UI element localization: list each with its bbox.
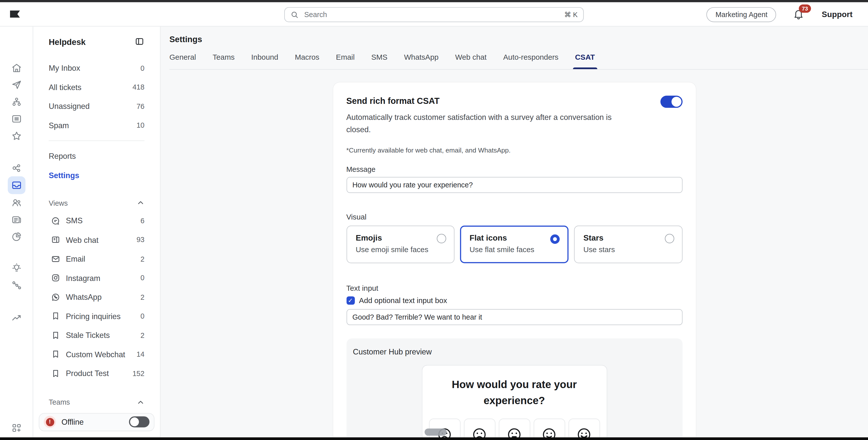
view-count: 0 xyxy=(141,274,145,282)
csat-settings-card: Send rich format CSAT Automatically trac… xyxy=(333,82,696,440)
sidebar-item-settings[interactable]: Settings xyxy=(49,166,145,184)
view-count: 152 xyxy=(132,369,145,377)
visual-option-flat-icons[interactable]: Flat icons Use flat smile faces xyxy=(460,226,568,263)
option-subtitle: Use emoji smile faces xyxy=(355,246,445,254)
search-shortcut: ⌘ K xyxy=(564,10,578,19)
visual-option-emojis[interactable]: Emojis Use emoji smile faces xyxy=(346,226,455,263)
option-title: Flat icons xyxy=(469,233,559,242)
notification-count-badge: 73 xyxy=(799,4,811,13)
rating-very-happy[interactable] xyxy=(568,419,600,440)
view-item-pricing-inquiries[interactable]: Pricing inquiries 0 xyxy=(49,307,145,326)
rating-very-sad[interactable] xyxy=(429,419,460,440)
tab-inbound[interactable]: Inbound xyxy=(251,53,278,69)
tab-macros[interactable]: Macros xyxy=(295,53,319,69)
apps-add-icon[interactable] xyxy=(7,419,25,437)
lightbulb-icon[interactable] xyxy=(7,259,25,277)
view-item-product-test[interactable]: Product Test 152 xyxy=(49,364,145,383)
availability-note: *Currently available for web chat, email… xyxy=(346,146,682,154)
notifications-button[interactable]: 73 xyxy=(793,8,805,20)
rating-happy[interactable] xyxy=(533,419,565,440)
org-chart-icon[interactable] xyxy=(7,93,25,111)
pie-chart-icon[interactable] xyxy=(7,228,25,246)
rating-neutral[interactable] xyxy=(499,419,530,440)
view-label: WhatsApp xyxy=(66,293,141,302)
bookmark-icon xyxy=(51,311,60,320)
view-item-whatsapp[interactable]: WhatsApp 2 xyxy=(49,287,145,307)
option-subtitle: Use stars xyxy=(583,246,673,254)
radio-stars[interactable] xyxy=(664,234,674,243)
sidebar-item-all-tickets[interactable]: All tickets 418 xyxy=(49,78,145,97)
news-icon[interactable] xyxy=(7,211,25,229)
helpdesk-panel: Helpdesk My Inbox 0 All tickets 418 Unas… xyxy=(33,27,160,440)
bookmark-icon xyxy=(51,369,60,378)
tab-web-chat[interactable]: Web chat xyxy=(455,53,487,69)
tab-general[interactable]: General xyxy=(169,53,196,69)
view-count: 2 xyxy=(141,293,145,301)
item-count: 0 xyxy=(141,64,145,72)
view-item-web-chat[interactable]: Web chat 93 xyxy=(49,230,145,249)
workflow-icon[interactable] xyxy=(7,276,25,294)
csat-enabled-toggle[interactable] xyxy=(660,96,682,108)
contacts-icon[interactable] xyxy=(7,194,25,211)
send-icon[interactable] xyxy=(7,76,25,94)
view-label: Product Test xyxy=(66,369,132,378)
star-icon[interactable] xyxy=(7,127,25,145)
search-icon xyxy=(290,10,299,19)
view-item-instagram[interactable]: Instagram 0 xyxy=(49,268,145,287)
item-label: Unassigned xyxy=(49,102,90,111)
checkbox-label: Add optional text input box xyxy=(359,296,447,305)
view-item-custom-webchat[interactable]: Custom Webchat 14 xyxy=(49,345,145,364)
tab-auto-responders[interactable]: Auto-responders xyxy=(503,53,558,69)
visual-label: Visual xyxy=(346,213,682,221)
rating-sad[interactable] xyxy=(464,419,495,440)
tab-csat[interactable]: CSAT xyxy=(575,53,595,69)
global-search[interactable]: ⌘ K xyxy=(284,7,584,22)
home-icon[interactable] xyxy=(7,59,25,77)
offline-alert-icon: ! xyxy=(44,416,56,428)
tab-teams[interactable]: Teams xyxy=(213,53,235,69)
view-item-email[interactable]: Email 2 xyxy=(49,249,145,268)
view-count: 2 xyxy=(141,331,145,339)
support-link[interactable]: Support xyxy=(822,10,852,19)
chevron-up-icon[interactable] xyxy=(136,199,145,207)
sidebar-item-reports[interactable]: Reports xyxy=(49,146,145,166)
trending-up-icon[interactable] xyxy=(7,309,25,327)
sidebar-item-spam[interactable]: Spam 10 xyxy=(49,116,145,135)
settings-tabs: General Teams Inbound Macros Email SMS W… xyxy=(169,53,868,70)
offline-label: Offline xyxy=(62,417,129,426)
webchat-panel-icon xyxy=(51,235,60,244)
visual-option-stars[interactable]: Stars Use stars xyxy=(574,226,682,263)
tab-email[interactable]: Email xyxy=(336,53,354,69)
radio-flat-icons[interactable] xyxy=(550,235,559,244)
top-bar: ⌘ K Marketing Agent 73 Support xyxy=(0,2,868,27)
agent-pill-button[interactable]: Marketing Agent xyxy=(707,7,776,22)
sidebar-item-unassigned[interactable]: Unassigned 76 xyxy=(49,97,145,116)
customer-hub-preview: Customer Hub preview How would you rate … xyxy=(346,338,682,440)
window-top-edge xyxy=(0,0,868,2)
card-description: Automatically track customer satisfactio… xyxy=(346,111,634,135)
view-count: 6 xyxy=(141,216,145,225)
tab-whatsapp[interactable]: WhatsApp xyxy=(404,53,438,69)
message-input[interactable] xyxy=(346,177,682,193)
preview-label: Customer Hub preview xyxy=(353,347,676,356)
share-nodes-icon[interactable] xyxy=(7,159,25,177)
optional-text-input[interactable] xyxy=(346,309,682,325)
page-title: Settings xyxy=(169,34,868,45)
item-label: My Inbox xyxy=(49,64,80,72)
view-count: 14 xyxy=(136,350,145,359)
sidebar-item-my-inbox[interactable]: My Inbox 0 xyxy=(49,59,145,78)
availability-toggle[interactable] xyxy=(129,416,150,428)
chevron-up-icon[interactable] xyxy=(136,398,145,406)
front-logo-icon[interactable] xyxy=(10,10,20,18)
tab-sms[interactable]: SMS xyxy=(371,53,388,69)
inbox-icon[interactable] xyxy=(7,176,25,194)
card-list-icon[interactable] xyxy=(7,110,25,128)
search-input[interactable] xyxy=(303,10,564,19)
view-label: Stale Tickets xyxy=(66,331,141,340)
view-item-stale-tickets[interactable]: Stale Tickets 2 xyxy=(49,326,145,345)
collapse-sidebar-icon[interactable] xyxy=(135,36,145,46)
scrollbar-thumb[interactable] xyxy=(424,429,446,436)
survey-preview-card: How would you rate your experience? xyxy=(422,365,607,440)
view-item-sms[interactable]: SMS 6 xyxy=(49,211,145,230)
optional-text-checkbox[interactable]: ✓ xyxy=(346,296,354,305)
